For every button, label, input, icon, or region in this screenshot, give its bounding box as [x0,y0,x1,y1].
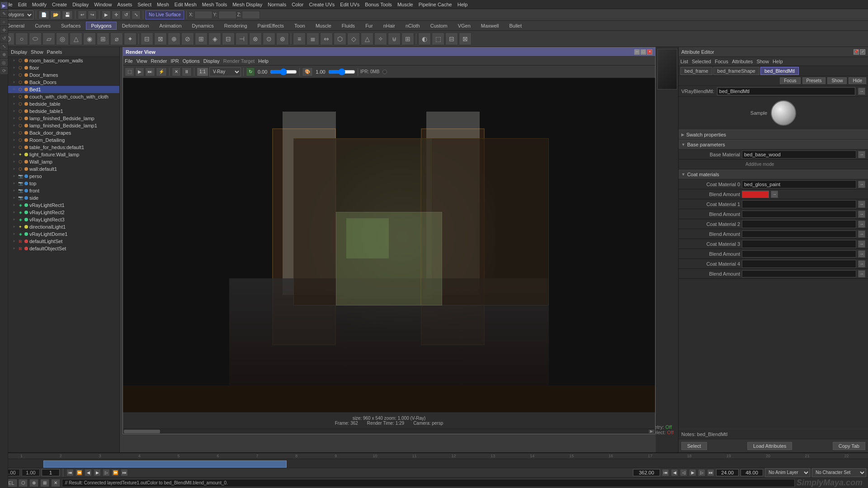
outliner-item-4[interactable]: +⬡Bed1 [8,86,119,93]
script-icon-2[interactable]: ⊕ [29,479,38,487]
coat-mat-3-map[interactable]: → [858,240,865,248]
shelf-tab-surfaces[interactable]: Surfaces [56,22,85,30]
shelf-icon-wedge[interactable]: △ [361,33,373,45]
tc-nav-4[interactable]: ▶ [689,469,696,476]
base-params-section-header[interactable]: ▼ Base parameters [679,140,868,150]
shelf-icon-pipe[interactable]: ⊞ [97,33,109,45]
shelf-icon-uv-auto[interactable]: ⊠ [459,33,472,45]
shelf-icon-combine[interactable]: ⊙ [263,33,275,45]
shelf-icon-reduce[interactable]: ⊟ [222,33,235,45]
outliner-item-17[interactable]: +📷top [8,180,119,187]
render-hscroll[interactable]: ▶ [123,428,655,434]
shelf-tab-ncloth[interactable]: nCloth [401,22,425,30]
attr-tab-selected[interactable]: Selected [692,59,711,64]
menu-mesh-tools[interactable]: Mesh Tools [199,2,230,7]
outliner-item-7[interactable]: +⬡bedside_table1 [8,108,119,115]
outliner-item-18[interactable]: +📷front [8,187,119,194]
blend-slider-1[interactable] [742,211,856,218]
char-set-selector[interactable]: No Character Set [812,468,866,477]
tc-next-key[interactable]: ⏩ [112,469,119,476]
coat-mat-4-field[interactable] [742,260,856,268]
render-sequence-btn[interactable]: ⏭ [145,67,155,76]
zoom-slider[interactable] [328,69,355,75]
render-cursor[interactable] [378,252,381,254]
outliner-display-btn[interactable]: Display [11,49,27,55]
shelf-icon-fill-hole[interactable]: ⊘ [181,33,194,45]
outliner-item-2[interactable]: +⬡Door_frames [8,71,119,79]
attr-tab-help[interactable]: Help [773,59,783,64]
menu-window[interactable]: Window [91,2,114,7]
tc-next-frame[interactable]: ▷ [103,469,110,476]
attr-expand-btn[interactable]: ⤢ [860,49,865,55]
node-tab-bed-blend-mtl[interactable]: bed_BlendMtl [760,67,799,75]
scale-icon[interactable]: ⤡ [0,47,8,50]
coat-mat-2-map[interactable]: → [858,221,865,228]
menu-muscle[interactable]: Muscle [395,2,416,7]
shelf-icon-separate[interactable]: ⊛ [276,33,289,45]
shelf-tab-nhair[interactable]: nHair [378,22,400,30]
tc-play-btn[interactable]: ▶ [94,469,101,476]
outliner-item-19[interactable]: +📷side [8,194,119,202]
coord-y-field[interactable] [218,11,236,19]
outliner-item-12[interactable]: +⬡table_for_hedus:default1 [8,144,119,151]
tc-range-start[interactable] [716,469,739,476]
render-cancel-btn[interactable]: ✕ [172,67,181,76]
attr-tab-list[interactable]: List [680,59,688,64]
outliner-item-0[interactable]: +⬡room_basic_room_walls [8,57,119,64]
tc-nav-3[interactable]: ◁ [680,469,687,476]
shelf-icon-bridge[interactable]: ⊠ [154,33,167,45]
render-sync-btn[interactable]: ↻ [246,67,255,76]
outliner-show-btn[interactable]: Show [31,49,43,55]
coat-mat-0-field[interactable] [742,180,856,188]
coat-mat-1-map[interactable]: → [858,201,865,208]
shelf-tab-toon[interactable]: Toon [289,22,310,30]
outliner-item-15[interactable]: +⬡wall:default1 [8,165,119,173]
tc-goto-end[interactable]: ⏭ [121,469,128,476]
shelf-icon-boolean[interactable]: ⊗ [249,33,262,45]
coat-mat-0-map[interactable]: → [858,181,865,188]
swatch-properties-section[interactable]: ▶ Swatch properties [679,130,868,140]
tc-current-time[interactable] [633,469,660,476]
outliner-item-1[interactable]: +⬡floor [8,64,119,71]
outliner-panels-btn[interactable]: Panels [47,49,62,55]
shelf-icon-torus[interactable]: ◎ [56,33,69,45]
shelf-icon-cone[interactable]: △ [70,33,82,45]
redo-btn[interactable]: ↪ [88,10,97,19]
outliner-item-13[interactable]: +✦light_fixture:Wall_lamp [8,151,119,158]
render-frame-btn[interactable]: ▶ [135,67,144,76]
soft-icon[interactable]: ◎ [0,59,8,66]
menu-bonus-tools[interactable]: Bonus Tools [362,2,395,7]
new-file-btn[interactable]: 📄 [38,10,49,19]
manip-icon[interactable]: ⊕ [0,51,8,58]
undo-btn[interactable]: ↩ [78,10,87,19]
render-menu-file[interactable]: File [125,58,133,64]
tc-nav-2[interactable]: ◀ [671,469,678,476]
menu-edit-uvs[interactable]: Edit UVs [337,2,362,7]
render-hscroll-thumb[interactable] [124,430,160,433]
shelf-icon-soccer[interactable]: ✦ [124,33,137,45]
base-material-field[interactable] [742,150,856,159]
render-menu-ipr[interactable]: IPR [170,58,179,64]
blend-amount-2-map[interactable]: → [858,230,865,238]
shelf-icon-poke[interactable]: ✧ [374,33,387,45]
coord-x-field[interactable] [194,11,212,19]
shelf-icon-target-weld[interactable]: ⊞ [401,33,414,45]
render-menu-display[interactable]: Display [203,58,220,64]
menu-mesh-display[interactable]: Mesh Display [230,2,265,7]
outliner-item-22[interactable]: +◈vRayLightRect3 [8,216,119,223]
shelf-icon-display-wire[interactable]: ⬚ [432,33,444,45]
anim-layer-selector[interactable]: No Anim Layer [765,468,810,477]
material-preview-swatch[interactable] [771,100,796,126]
shelf-tab-maxwell[interactable]: Maxwell [476,22,504,30]
shelf-tab-bullet[interactable]: Bullet [505,22,527,30]
outliner-item-24[interactable]: +◈vRayLightDome1 [8,230,119,238]
shelf-tab-polygons[interactable]: Polygons [86,22,116,30]
tc-nav-1[interactable]: ⏮ [662,469,669,476]
shelf-icon-cylinder[interactable]: ⬭ [29,33,42,45]
menu-create-uvs[interactable]: Create UVs [306,2,337,7]
shelf-tab-painteffects[interactable]: PaintEffects [253,22,289,30]
shelf-icon-disk[interactable]: ◉ [83,33,96,45]
script-icon-4[interactable]: ✕ [51,479,60,487]
render-region-btn[interactable]: ⬚ [125,67,134,76]
outliner-item-14[interactable]: +⬡Wall_lamp [8,158,119,165]
